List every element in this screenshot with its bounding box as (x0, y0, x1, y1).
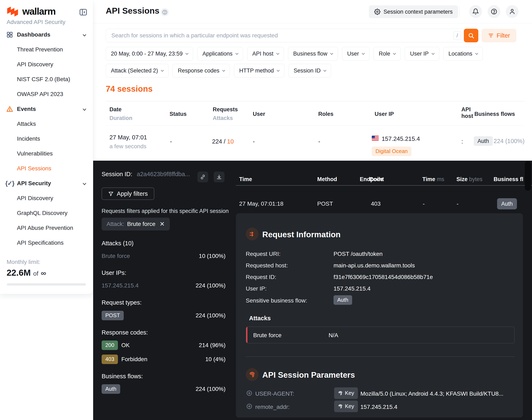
user-menu-button[interactable] (506, 5, 518, 18)
param-value-remote-addr[interactable]: 157.245.215.4 (360, 404, 397, 410)
sidebar: wallarm Advanced API Security Dashboards… (0, 0, 93, 294)
session-id-value[interactable]: a2a4623b9f8ffdba... (137, 171, 190, 178)
requested-host-value[interactable]: main-api.us.demo.wallarm.tools (334, 262, 415, 269)
limit-total: ∞ (41, 269, 46, 278)
col-header-date[interactable]: Date (109, 106, 122, 113)
filter-chip-http-method[interactable]: HTTP method (234, 64, 284, 77)
sidebar-group-dashboards[interactable]: Dashboards (0, 27, 93, 42)
filter-button[interactable]: Filter (482, 29, 516, 42)
sidebar-collapse-icon[interactable] (79, 8, 88, 16)
sidebar-item-api-abuse-prevention[interactable]: API Abuse Prevention (0, 221, 93, 235)
attack-name: Brute force (253, 332, 281, 339)
sidebar-item-label: API Abuse Prevention (17, 225, 73, 231)
sidebar-item-incidents[interactable]: Incidents (0, 131, 93, 146)
request-row-time[interactable]: 27 May, 07:01:18 (239, 200, 283, 207)
user-ip-value[interactable]: 157.245.215.4 (334, 285, 370, 292)
plus-circle-icon[interactable] (246, 403, 252, 409)
sidebar-group-api-security[interactable]: {✓} API Security (0, 176, 93, 191)
session-row-date[interactable]: 27 May, 07:01 (109, 134, 147, 141)
filter-chip-applications[interactable]: Applications (197, 47, 243, 60)
title-help-icon[interactable] (161, 8, 169, 16)
filter-chip-user-ip[interactable]: User IP (405, 47, 439, 60)
search-button[interactable] (464, 29, 478, 42)
sidebar-item-api-sessions[interactable]: API Sessions (0, 161, 93, 176)
filter-chip-user[interactable]: User (342, 47, 369, 60)
rt-col-method[interactable]: Method (317, 176, 337, 182)
stat-row-code-200[interactable]: 200OK 214 (96%) (102, 341, 226, 350)
rt-col-size[interactable]: Size bytes (456, 176, 482, 182)
search-icon (468, 32, 474, 39)
link-icon (200, 174, 206, 180)
filter-chip-role[interactable]: Role (374, 47, 401, 60)
filter-chip-locations[interactable]: Locations (443, 47, 483, 60)
request-id-value[interactable]: f31e7f63069c170581454d086b58b71e (334, 274, 433, 281)
auth-badge: Auth (102, 384, 120, 394)
param-value-user-agent[interactable]: Mozilla/5.0 (Linux; Android 4.4.3; KFASW… (360, 390, 503, 397)
rt-col-time[interactable]: Time (239, 176, 252, 182)
rt-col-time-ms[interactable]: Time ms (422, 176, 444, 182)
col-header-user-ip[interactable]: User IP (375, 111, 394, 117)
filter-chip-response-codes[interactable]: Response codes (173, 64, 230, 77)
header-vertical-divider (459, 6, 459, 17)
filter-chip-date-range[interactable]: 20 May, 0:00 - 27 May, 23:59 (106, 47, 193, 60)
request-uri-value[interactable]: POST /oauth/token (334, 251, 383, 257)
attack-filter-chip[interactable]: Attack: Brute force ✕ (102, 218, 170, 230)
sidebar-item-api-discovery[interactable]: API Discovery (0, 57, 93, 72)
sidebar-item-api-discovery-2[interactable]: API Discovery (0, 191, 93, 206)
filter-chip-api-host[interactable]: API host (247, 47, 284, 60)
sidebar-item-attacks[interactable]: Attacks (0, 117, 93, 131)
filter-chip-business-flow[interactable]: Business flow (288, 47, 338, 60)
copy-link-button[interactable] (198, 172, 208, 182)
filter-chip-session-id[interactable]: Session ID (289, 64, 331, 77)
sidebar-item-threat-prevention[interactable]: Threat Prevention (0, 42, 93, 57)
sidebar-item-nist-csf[interactable]: NIST CSF 2.0 (Beta) (0, 72, 93, 87)
col-header-business-flows[interactable]: Business flows (474, 111, 515, 117)
stat-row-business-flow[interactable]: Auth 224 (100%) (102, 384, 226, 394)
chevron-down-icon (330, 52, 333, 55)
plus-circle-icon[interactable] (246, 390, 252, 396)
filter-chip-attack[interactable]: Attack (Selected 2) (106, 64, 168, 77)
rt-col-code[interactable]: Code (369, 176, 383, 182)
close-icon[interactable]: ✕ (160, 220, 165, 228)
col-header-requests[interactable]: Requests (213, 106, 238, 113)
vertical-scrollbar[interactable] (525, 161, 531, 191)
brand-logo[interactable]: wallarm (6, 6, 56, 17)
help-button[interactable] (487, 5, 501, 18)
sidebar-group-events[interactable]: Events (0, 102, 93, 117)
sidebar-item-graphql-discovery[interactable]: GraphQL Discovery (0, 206, 93, 221)
request-row-size: - (457, 200, 458, 207)
col-header-attacks[interactable]: Attacks (213, 115, 233, 121)
stat-row-user-ip[interactable]: 157.245.215.4 224 (100%) (102, 282, 226, 289)
chevron-down-icon (222, 69, 225, 72)
attack-detail-row[interactable]: Brute force N/A (246, 327, 515, 343)
monthly-limit-value: 22.6M of ∞ (7, 268, 46, 278)
attack-chip-label: Attack: (106, 221, 124, 227)
stat-row-code-403[interactable]: 403Forbidden 10 (4%) (102, 355, 226, 364)
apply-filters-button[interactable]: Apply filters (102, 187, 154, 200)
col-header-roles[interactable]: Roles (318, 111, 334, 117)
key-badge-remote-addr[interactable]: Key (334, 401, 358, 412)
download-button[interactable] (214, 172, 225, 182)
chevron-down-icon (161, 69, 164, 72)
stat-row-request-type[interactable]: POST 224 (100%) (102, 311, 226, 320)
sidebar-item-label: Threat Prevention (17, 46, 63, 53)
session-row-ip[interactable]: 157.245.215.4 (382, 135, 420, 142)
key-badge-user-agent[interactable]: Key (334, 387, 358, 399)
user-ips-section-title: User IPs: (102, 269, 126, 276)
stat-row-attack[interactable]: Brute force 10 (100%) (102, 253, 226, 260)
col-header-duration[interactable]: Duration (109, 115, 132, 121)
session-row-requests[interactable]: 224 / 10 (212, 138, 234, 145)
search-input[interactable]: Search for sessions in which a particula… (106, 29, 465, 42)
chip-label: Session ID (294, 67, 321, 74)
sidebar-item-owasp-api[interactable]: OWASP API 2023 (0, 87, 93, 102)
stat-value: 214 (96%) (199, 342, 226, 349)
col-header-user[interactable]: User (253, 111, 265, 117)
rt-col-business-flow[interactable]: Business fl (494, 176, 523, 182)
session-row-api-host: : (461, 138, 463, 145)
sidebar-item-vulnerabilities[interactable]: Vulnerabilities (0, 146, 93, 161)
col-header-status[interactable]: Status (169, 111, 187, 117)
session-context-parameters-button[interactable]: Session context parameters (369, 5, 458, 18)
ip-provider-chip[interactable]: Digital Ocean (372, 147, 411, 156)
notifications-button[interactable] (469, 5, 482, 18)
sidebar-item-api-specifications[interactable]: API Specifications (0, 235, 93, 250)
